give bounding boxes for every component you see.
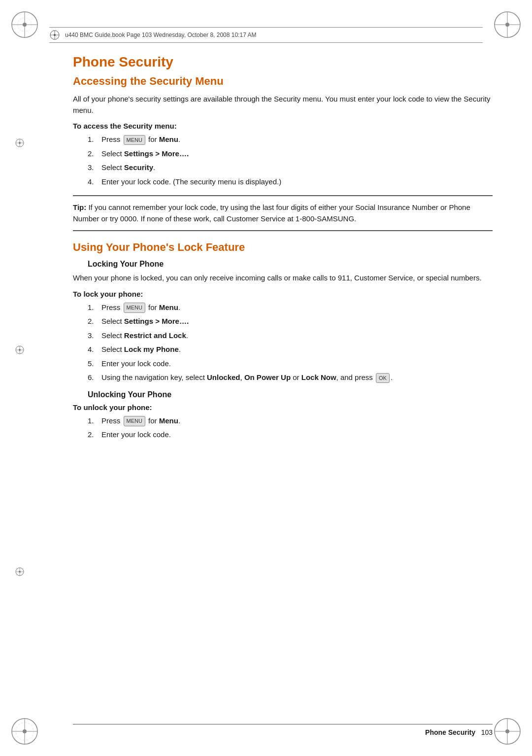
step-content: Enter your lock code.: [101, 429, 493, 441]
step-num: 3.: [88, 330, 101, 342]
subsection2-indent: Unlocking Your Phone: [73, 390, 493, 399]
list-item: 2. Select Settings > More….: [88, 316, 493, 327]
list-item: 2. Select Settings > More….: [88, 148, 493, 160]
section1-steps-list: 1. Press MENU for Menu. 2. Select Settin…: [88, 134, 493, 187]
corner-mark-tl: [10, 10, 39, 39]
page-title: Phone Security: [73, 54, 493, 70]
subsection2-steps: 1. Press MENU for Menu. 2. Enter your lo…: [73, 415, 493, 441]
list-item: 5. Enter your lock code.: [88, 358, 493, 370]
step-num: 1.: [88, 415, 101, 427]
list-item: 4. Enter your lock code. (The security m…: [88, 176, 493, 188]
step-content: Select Lock my Phone.: [101, 344, 493, 355]
step-content: Select Security.: [101, 162, 493, 173]
step-content: Enter your lock code.: [101, 358, 493, 370]
menu-button-icon: MENU: [124, 135, 145, 145]
subsection1-instruction-heading: To lock your phone:: [73, 290, 493, 298]
section1-steps: 1. Press MENU for Menu. 2. Select Settin…: [73, 134, 493, 187]
section1-intro: All of your phone's security settings ar…: [73, 94, 493, 116]
section1-instruction-heading: To access the Security menu:: [73, 122, 493, 130]
step-num: 4.: [88, 344, 101, 355]
step-content: Using the navigation key, select Unlocke…: [101, 372, 493, 383]
section2-heading: Using Your Phone's Lock Feature: [73, 241, 493, 254]
footer-text: Phone Security 103: [425, 728, 493, 736]
subsection2-heading: Unlocking Your Phone: [88, 390, 493, 399]
subsection1-body: When your phone is locked, you can only …: [73, 273, 493, 284]
step-num: 6.: [88, 372, 101, 383]
step-content: Select Restrict and Lock.: [101, 330, 493, 342]
list-item: 3. Select Security.: [88, 162, 493, 173]
subsection1-heading: Locking Your Phone: [88, 260, 493, 269]
subsection1-indent: Locking Your Phone: [73, 260, 493, 269]
step-num: 3.: [88, 162, 101, 173]
subsection1-steps-list: 1. Press MENU for Menu. 2. Select Settin…: [88, 302, 493, 383]
left-margin-mark-2: [15, 345, 25, 356]
step-num: 5.: [88, 358, 101, 370]
step-num: 2.: [88, 316, 101, 327]
corner-mark-tr: [493, 10, 522, 39]
section1-heading: Accessing the Security Menu: [73, 75, 493, 88]
step-num: 2.: [88, 429, 101, 441]
tip-box: Tip: If you cannot remember your lock co…: [73, 195, 493, 231]
list-item: 1. Press MENU for Menu.: [88, 134, 493, 145]
ok-button-icon: OK: [376, 373, 390, 383]
menu-button-icon: MENU: [124, 416, 145, 426]
step-num: 1.: [88, 302, 101, 313]
corner-mark-br: [493, 717, 522, 746]
corner-mark-bl: [10, 717, 39, 746]
step-content: Press MENU for Menu.: [101, 302, 493, 313]
step-content: Press MENU for Menu.: [101, 134, 493, 145]
step-content: Select Settings > More….: [101, 148, 493, 160]
left-margin-mark-3: [15, 567, 25, 578]
header-crosshair-icon: [49, 30, 60, 40]
subsection2-steps-list: 1. Press MENU for Menu. 2. Enter your lo…: [88, 415, 493, 441]
left-margin-mark-1: [15, 138, 25, 149]
list-item: 1. Press MENU for Menu.: [88, 302, 493, 313]
list-item: 3. Select Restrict and Lock.: [88, 330, 493, 342]
main-content: Phone Security Accessing the Security Me…: [73, 54, 493, 717]
list-item: 6. Using the navigation key, select Unlo…: [88, 372, 493, 383]
header-text: u440 BMC Guide.book Page 103 Wednesday, …: [65, 32, 256, 38]
step-num: 1.: [88, 134, 101, 145]
header-bar: u440 BMC Guide.book Page 103 Wednesday, …: [49, 27, 483, 43]
menu-button-icon: MENU: [124, 303, 145, 313]
step-num: 2.: [88, 148, 101, 160]
step-content: Press MENU for Menu.: [101, 415, 493, 427]
list-item: 1. Press MENU for Menu.: [88, 415, 493, 427]
subsection1-steps: 1. Press MENU for Menu. 2. Select Settin…: [73, 302, 493, 383]
step-content: Select Settings > More….: [101, 316, 493, 327]
tip-text: Tip: If you cannot remember your lock co…: [73, 202, 493, 224]
step-content: Enter your lock code. (The security menu…: [101, 176, 493, 188]
footer: Phone Security 103: [73, 724, 493, 736]
step-num: 4.: [88, 176, 101, 188]
subsection2-instruction-heading: To unlock your phone:: [73, 403, 493, 412]
list-item: 2. Enter your lock code.: [88, 429, 493, 441]
list-item: 4. Select Lock my Phone.: [88, 344, 493, 355]
